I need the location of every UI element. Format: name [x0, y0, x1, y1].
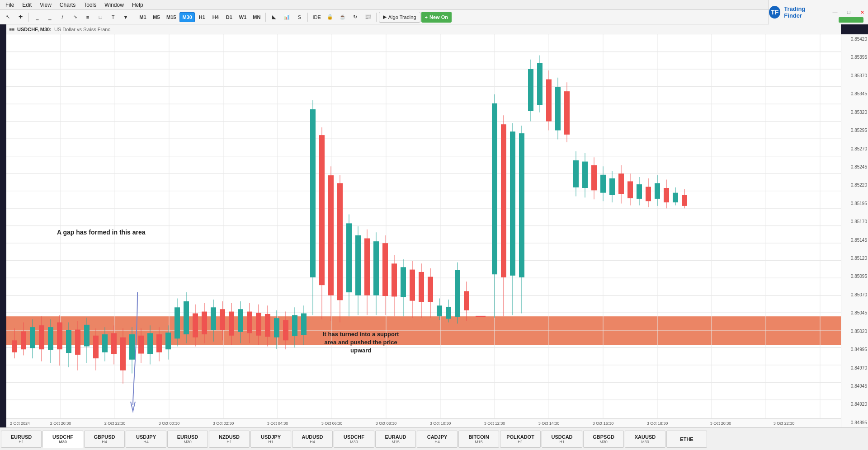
signals[interactable]: S [293, 11, 305, 23]
chart-type[interactable]: ◣ [268, 11, 280, 23]
crosshair-tool[interactable]: ✚ [14, 11, 26, 23]
tf-m30[interactable]: M30 [179, 12, 194, 22]
lock-btn[interactable]: 🔒 [324, 11, 336, 23]
tab-gbpusd-h4[interactable]: GBPUSD H4 [84, 431, 125, 448]
algo-trading-btn[interactable]: ▶ Algo Trading [379, 12, 420, 23]
tf-m5[interactable]: M5 [150, 12, 163, 22]
hline-tool[interactable]: ⎯ [44, 11, 56, 23]
menu-edit[interactable]: Edit [19, 1, 35, 9]
plus-icon: + [425, 14, 428, 20]
price-9: 0.85195 [842, 201, 867, 206]
price-16: 0.85020 [842, 329, 867, 334]
time-13: 3 Oct 20:30 [710, 421, 731, 426]
menu-tools[interactable]: Tools [80, 1, 100, 9]
refresh-btn[interactable]: ↻ [349, 11, 361, 23]
tf-w1[interactable]: W1 [236, 12, 250, 22]
svg-rect-57 [102, 334, 108, 352]
tf-m15[interactable]: M15 [164, 12, 179, 22]
svg-rect-129 [428, 277, 433, 302]
maximize-btn[interactable]: □ [843, 6, 854, 18]
tab-usdchf-m30-2[interactable]: USDCHF M30 [334, 431, 374, 448]
svg-rect-176 [655, 183, 660, 199]
curve-tool[interactable]: ∿ [69, 11, 81, 23]
svg-rect-131 [437, 305, 442, 316]
svg-rect-69 [156, 334, 162, 352]
time-14: 3 Oct 22:30 [774, 421, 795, 426]
sep2 [134, 13, 134, 22]
logo-text: Trading Finder [784, 5, 821, 19]
tab-tf-3: H4 [143, 440, 149, 444]
menu-file[interactable]: File [2, 1, 18, 9]
svg-rect-39 [21, 331, 26, 349]
time-7: 3 Oct 08:30 [376, 421, 397, 426]
price-6: 0.85270 [842, 146, 867, 151]
svg-rect-140 [492, 103, 497, 275]
tab-nzdusd-h1[interactable]: NZDUSD H1 [209, 431, 250, 448]
new-on-btn[interactable]: + New On [421, 12, 452, 23]
new-on-label: New On [429, 14, 448, 20]
tab-tf-12: H1 [518, 440, 523, 444]
cloud-sync[interactable]: ☕ [337, 11, 349, 23]
tab-gbpsgd-m30[interactable]: GBPSGD M30 [583, 431, 624, 448]
chart-symbol: USDCHF, M30: [17, 27, 52, 32]
more-tools[interactable]: ▼ [120, 11, 132, 23]
trendline-tool[interactable]: / [57, 11, 68, 23]
svg-rect-71 [165, 333, 171, 349]
tf-d1[interactable]: D1 [223, 12, 236, 22]
menu-charts[interactable]: Charts [56, 1, 79, 9]
price-21: 0.84895 [842, 420, 867, 425]
tf-m1[interactable]: M1 [137, 12, 149, 22]
tab-ethe[interactable]: ETHE [666, 431, 707, 448]
news-btn[interactable]: 📰 [362, 11, 374, 23]
tab-cadjpy-h4[interactable]: CADJPY H4 [417, 431, 458, 448]
menu-view[interactable]: View [36, 1, 55, 9]
tab-bitcoin-m15[interactable]: BITCOIN M15 [458, 431, 499, 448]
tab-tf-14: M30 [599, 440, 608, 444]
tab-eurusd-h1[interactable]: EURUSD H1 [1, 431, 42, 448]
time-6: 3 Oct 06:30 [321, 421, 343, 426]
shapes-tool[interactable]: □ [94, 11, 106, 23]
tab-usdjpy-h4[interactable]: USDJPY H4 [126, 431, 166, 448]
tf-mn[interactable]: MN [250, 12, 263, 22]
tf-h1[interactable]: H1 [196, 12, 208, 22]
svg-rect-105 [319, 135, 325, 285]
tab-usdjpy-h1[interactable]: USDJPY H1 [250, 431, 291, 448]
svg-rect-180 [673, 193, 678, 202]
tab-audusd-h4[interactable]: AUDUSD H4 [292, 431, 333, 448]
tf-h4[interactable]: H4 [209, 12, 222, 22]
tab-euraud-m15[interactable]: EURAUD M15 [375, 431, 416, 448]
channel-tool[interactable]: ≡ [82, 11, 94, 23]
tab-eurusd-m30[interactable]: EURUSD M30 [167, 431, 208, 448]
indicators[interactable]: 📊 [281, 11, 292, 23]
svg-rect-53 [84, 325, 90, 347]
tab-usdcad-h1[interactable]: USDCAD H1 [542, 431, 582, 448]
menu-help[interactable]: Help [128, 1, 147, 9]
cursor-tool[interactable]: ↖ [2, 11, 14, 23]
text-tool[interactable]: T [107, 11, 119, 23]
tab-tf-5: H1 [226, 440, 232, 444]
svg-rect-146 [519, 133, 524, 277]
tab-usdchf-m30[interactable]: USDCHF M30 [42, 431, 83, 448]
menu-window[interactable]: Window [101, 1, 127, 9]
svg-rect-133 [446, 307, 451, 319]
svg-rect-113 [355, 235, 361, 295]
tab-xauusd-m30[interactable]: XAUUSD M30 [625, 431, 665, 448]
ide-btn[interactable]: IDE [310, 11, 323, 23]
minimize-btn[interactable]: — [829, 6, 841, 18]
tab-symbol-5: NZDUSD [219, 434, 240, 440]
close-btn[interactable]: ✕ [856, 6, 868, 18]
svg-rect-182 [682, 195, 687, 206]
price-5: 0.85295 [842, 128, 867, 133]
tab-polkadot-h1[interactable]: POLKADOT H1 [500, 431, 541, 448]
chart-main: A gap has formed in this area It has tur… [6, 34, 841, 418]
price-13: 0.85095 [842, 274, 867, 279]
sep3 [265, 13, 266, 22]
tab-tf-13: H1 [559, 440, 565, 444]
svg-rect-47 [57, 323, 62, 350]
chart-header: ■■ USDCHF, M30: US Dollar vs Swiss Franc [6, 24, 841, 34]
tab-tf-15: M30 [641, 440, 649, 444]
svg-rect-137 [464, 291, 469, 310]
svg-rect-77 [193, 314, 198, 338]
line-tool[interactable]: ⎯ [31, 11, 43, 23]
svg-rect-37 [12, 340, 17, 352]
